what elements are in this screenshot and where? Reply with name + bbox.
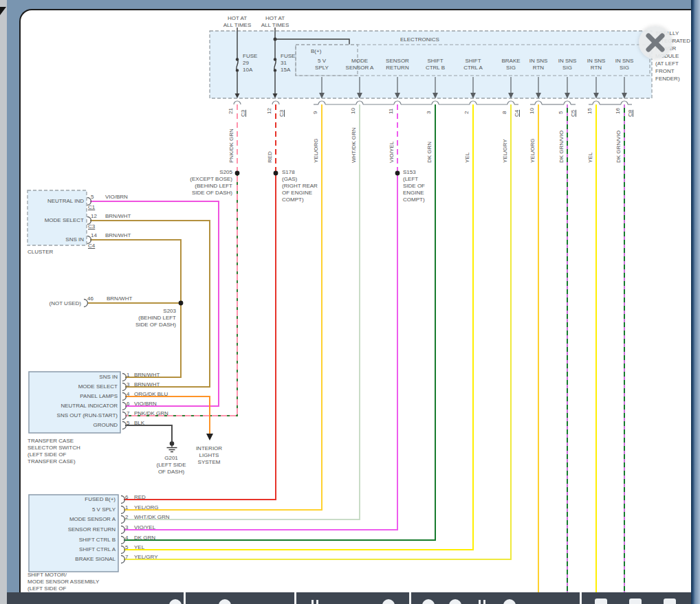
shift-row-shift-ctrl-a: SHIFT CTRL A (31, 546, 116, 553)
shift-color-yel-gry: YEL/GRY (134, 554, 158, 561)
switch-row-sns-in: SNS IN (31, 374, 118, 381)
shift-row-shift-ctrl-b: SHIFT CTRL B (31, 537, 116, 544)
window-left-frame (7, 9, 19, 604)
splice-s205-label: S205 (EXCEPT BOSE) (BEHIND LEFT SIDE OF … (171, 169, 232, 197)
wire-label-yel-gry: YEL/GRY (502, 111, 509, 163)
splice-s153-label: S153 (LEFT SIDE OF ENGINE COMPT) (403, 169, 465, 203)
splice-s153-dot (395, 171, 400, 176)
cluster-pin-14: 14 (91, 232, 97, 239)
shift-pin-1: 1 (125, 504, 128, 511)
toolbar-pause-icon-2[interactable] (479, 600, 481, 604)
tipm-pin-in-sns-sig-2: IN SNS SIG (609, 58, 640, 71)
tipm-pin-sensor-return: SENSOR RETURN (380, 58, 415, 71)
splice-s205-dot (235, 171, 240, 176)
tipm-pin-in-sns-sig-1: IN SNS SIG (551, 58, 583, 71)
cluster-conn-c4: C4 (88, 243, 95, 249)
window-right-frame (691, 0, 700, 604)
shift-pin-3: 3 (125, 524, 128, 531)
cluster-color-brn-wht-1: BRN/WHT (105, 213, 131, 220)
cluster-row-sns-in: SNS IN (29, 236, 84, 243)
not-used-pin-46: 46 (87, 295, 94, 302)
tipm-pin-shift-ctrl-b: SHIFT CTRL B (418, 58, 452, 71)
hot-at-all-times-2: HOT AT ALL TIMES (254, 15, 296, 29)
wire-label-yel-2: YEL (587, 111, 594, 163)
fuse-29-label: FUSE 29 10A (243, 53, 257, 74)
fuse-31-label: FUSE 31 15A (281, 53, 295, 74)
window-top-frame (7, 0, 700, 9)
toolbar-separator (184, 592, 186, 604)
close-icon (639, 26, 672, 59)
fuse2-terminal (274, 69, 276, 71)
shift-pin-5: 5 (125, 544, 128, 551)
toolbar-separator (294, 592, 296, 604)
toolbar-icon-3[interactable] (382, 599, 395, 604)
connector-c8: C8 (627, 103, 634, 117)
wire-label-dkgrn-vio-2: DK GRN/VIO (615, 111, 622, 163)
switch-pin-3: 3 (127, 381, 129, 388)
splice-s178-dot (274, 171, 278, 176)
splice-s203-dot (179, 301, 184, 306)
shift-row-sensor-return: SENSOR RETURN (31, 526, 116, 533)
shift-pin-7: 7 (125, 554, 128, 561)
left-scroll-strip[interactable] (0, 0, 7, 604)
cluster-row-mode-select: MODE SELECT (29, 217, 84, 224)
interior-lights-label: INTERIOR LIGHTS SYSTEM (185, 445, 233, 466)
switch-row-ground: GROUND (31, 422, 118, 429)
wire-blk (125, 425, 172, 442)
wire-label-dk-grn: DK GRN (426, 111, 433, 163)
fuse1-terminal (236, 58, 239, 60)
tipm-pin-mode-sensor-a: MODE SENSOR A (342, 58, 377, 71)
switch-color-5: PNK/DK GRN (134, 410, 168, 417)
toolbar-display-icon-3[interactable] (664, 599, 676, 604)
switch-color-1: BRN/WHT (134, 372, 160, 379)
toolbar-icon-1[interactable] (169, 599, 182, 604)
cluster-conn-c3: C3 (88, 223, 95, 230)
toolbar-icon-2[interactable] (219, 599, 231, 604)
splice-s203-label: S203 (BEHIND LEFT SIDE OF DASH) (114, 308, 176, 328)
toolbar-pause-icon-2[interactable] (483, 600, 485, 604)
electronics-label: ELECTRONICS (400, 36, 439, 43)
switch-pin-5: 5 (127, 420, 129, 427)
toolbar-pause-icon[interactable] (316, 600, 318, 604)
toolbar-pause-icon[interactable] (311, 600, 314, 604)
switch-color-3: ORG/DK BLU (134, 391, 168, 398)
bottom-toolbar[interactable] (7, 592, 691, 604)
switch-color-2: BRN/WHT (134, 381, 160, 388)
toolbar-display-icon-2[interactable] (629, 599, 642, 604)
connector-c3-1: C3 (240, 103, 247, 117)
wire-vio-yel (124, 173, 397, 530)
shift-pin-6: 6 (125, 494, 128, 501)
wire-label-yel-org-2: YEL/ORG (529, 111, 536, 163)
tipm-pin-in-sns-rtn-2: IN SNS RTN (580, 58, 612, 71)
shift-pin-4: 4 (125, 535, 128, 541)
switch-row-panel-lamps: PANEL LAMPS (31, 393, 118, 400)
shift-row-brake-signal: BRAKE SIGNAL (31, 556, 116, 563)
shift-pin-2: 2 (125, 514, 128, 521)
bplus-junction-dot (274, 38, 277, 41)
close-button[interactable] (639, 26, 672, 59)
wire-label-vio-yel: VIO/YEL (389, 111, 395, 163)
fuse1-terminal (236, 69, 239, 71)
switch-pin-6: 6 (127, 401, 129, 407)
cluster-conn-c1: C1 (88, 204, 95, 211)
wiring-diagram: HOT AT ALL TIMES HOT AT ALL TIMES FUSE 2… (0, 0, 700, 604)
switch-color-6: BLK (134, 420, 144, 427)
toolbar-share-icon[interactable] (503, 599, 516, 604)
shift-color-yel-org: YEL/ORG (134, 504, 159, 511)
cluster-pin-5: 5 (91, 194, 94, 201)
switch-pin-4: 4 (127, 391, 129, 398)
cluster-row-neutral-ind: NEUTRAL IND (29, 198, 84, 205)
toolbar-icon-4[interactable] (422, 599, 435, 604)
switch-row-mode-select: MODE SELECT (31, 383, 118, 390)
shift-color-wht-dkgrn: WHT/DK GRN (134, 514, 170, 521)
shift-color-red: RED (134, 494, 146, 501)
shift-row-5v-sply: 5 V SPLY (31, 506, 116, 513)
toolbar-icon-5[interactable] (449, 599, 461, 604)
tipm-pin-in-sns-rtn-1: IN SNS RTN (523, 58, 554, 71)
switch-row-neutral-indicator: NEUTRAL INDICATOR (31, 403, 118, 410)
switch-row-sns-out: SNS OUT (RUN-START) (31, 412, 118, 419)
splice-s178-label: S178 (GAS) (RIGHT REAR OF ENGINE COMPT) (282, 169, 344, 203)
toolbar-display-icon-1[interactable] (595, 599, 607, 604)
cluster-pin-12: 12 (91, 213, 97, 220)
wire-label-pnk-dkgrn: PNK/DK GRN (228, 111, 235, 163)
